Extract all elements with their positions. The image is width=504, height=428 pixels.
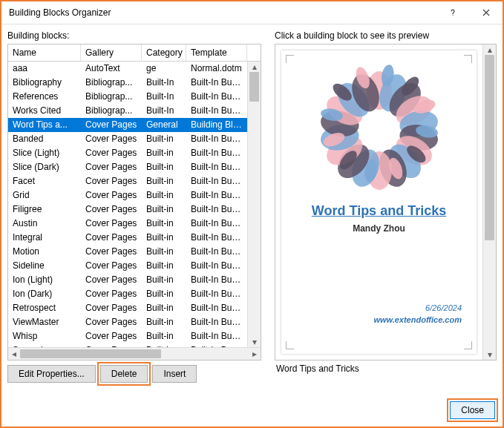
cell-gallery: Bibliograp... [81,76,142,90]
scrollbar-thumb[interactable] [249,72,259,102]
page-margin-mark [464,55,472,63]
table-row[interactable]: ReferencesBibliograp...Built-InBuilt-In … [8,90,247,104]
cell-category: Built-In [142,104,186,118]
cell-name: Banded [8,132,81,146]
column-header-category[interactable]: Category [142,45,186,61]
cell-name: Slice (Light) [8,146,81,160]
cell-gallery: Cover Pages [81,217,142,231]
cell-gallery: Cover Pages [81,174,142,188]
cell-name: Integral [8,231,81,245]
cell-name: Word Tips a... [8,118,81,132]
table-row[interactable]: Slice (Dark)Cover PagesBuilt-inBuilt-In … [8,160,247,174]
preview-item-name: Word Tips and Tricks [275,360,497,377]
close-button[interactable]: Close [450,401,495,419]
cell-name: Whisp [8,329,81,343]
cell-gallery: Cover Pages [81,231,142,245]
cell-gallery: Cover Pages [81,160,142,174]
list-horizontal-scrollbar[interactable]: ◂ ▸ [8,347,261,360]
list-vertical-scrollbar[interactable]: ▴ ▾ [247,62,261,347]
page-margin-mark [464,341,472,349]
table-row[interactable]: Works CitedBibliograp...Built-InBuilt-In… [8,104,247,118]
cell-name: Austin [8,217,81,231]
table-row[interactable]: ViewMasterCover PagesBuilt-inBuilt-In Bu… [8,315,247,329]
cell-name: Filigree [8,203,81,217]
delete-button[interactable]: Delete [100,365,148,383]
building-blocks-list[interactable]: Name Gallery Category Template aaaAutoTe… [7,44,261,360]
cell-category: Built-in [142,329,186,343]
cell-template: Built-In Buil... [186,76,247,90]
hscrollbar-thumb[interactable] [20,349,161,358]
cell-gallery: Cover Pages [81,301,142,315]
close-icon [482,9,490,16]
scroll-right-icon: ▸ [249,348,261,360]
cell-category: Built-in [142,287,186,301]
column-header-template[interactable]: Template [186,45,247,61]
cell-gallery: Cover Pages [81,259,142,273]
cell-name: Slice (Dark) [8,160,81,174]
page-margin-mark [286,341,294,349]
cell-template: Built-In Buil... [186,104,247,118]
edit-properties-button[interactable]: Edit Properties... [7,365,96,383]
cell-template: Built-In Buil... [186,329,247,343]
cell-name: Ion (Light) [8,273,81,287]
close-window-button[interactable] [469,2,503,23]
cell-gallery: Cover Pages [81,118,142,132]
cell-template: Built-In Buil... [186,315,247,329]
column-header-name[interactable]: Name [8,45,81,61]
table-row[interactable]: RetrospectCover PagesBuilt-inBuilt-In Bu… [8,301,247,315]
cell-category: Built-in [142,188,186,203]
table-row[interactable]: FacetCover PagesBuilt-inBuilt-In Buil... [8,174,247,188]
table-row[interactable]: Word Tips a...Cover PagesGeneralBuilding… [8,118,247,132]
cell-name: Retrospect [8,301,81,315]
table-row[interactable]: IntegralCover PagesBuilt-inBuilt-In Buil… [8,231,247,245]
cell-category: Built-In [142,90,186,104]
cell-gallery: Cover Pages [81,203,142,217]
column-header-gallery[interactable]: Gallery [81,45,142,61]
cell-template: Built-In Buil... [186,245,247,259]
scroll-up-icon: ▴ [248,62,261,72]
cell-gallery: Cover Pages [81,287,142,301]
preview-area: Word Tips and Tricks Mandy Zhou 6/26/202… [275,44,497,360]
cell-template: Built-In Buil... [186,203,247,217]
cell-template: Built-In Buil... [186,160,247,174]
cell-template: Built-In Buil... [186,90,247,104]
preview-doc-title: Word Tips and Tricks [312,203,446,219]
cell-gallery: Bibliograp... [81,104,142,118]
table-row[interactable]: BandedCover PagesBuilt-inBuilt-In Buil..… [8,132,247,146]
table-row[interactable]: Slice (Light)Cover PagesBuilt-inBuilt-In… [8,146,247,160]
cell-gallery: Cover Pages [81,315,142,329]
cell-gallery: Cover Pages [81,245,142,259]
cell-name: Motion [8,245,81,259]
cell-name: Grid [8,188,81,203]
table-row[interactable]: FiligreeCover PagesBuilt-inBuilt-In Buil… [8,203,247,217]
preview-vertical-scrollbar[interactable]: ▴ ▾ [482,45,496,360]
preview-label: Click a building block to see its previe… [275,29,497,44]
table-row[interactable]: Ion (Dark)Cover PagesBuilt-inBuilt-In Bu… [8,287,247,301]
cell-category: Built-in [142,245,186,259]
table-row[interactable]: MotionCover PagesBuilt-inBuilt-In Buil..… [8,245,247,259]
preview-doc-url: www.extendoffice.com [373,315,462,324]
insert-button[interactable]: Insert [152,365,197,383]
table-row[interactable]: WhispCover PagesBuilt-inBuilt-In Buil... [8,329,247,343]
cell-template: Building Blo... [186,118,247,132]
help-button[interactable] [436,2,469,23]
cell-gallery: Cover Pages [81,188,142,203]
cell-template: Built-In Buil... [186,217,247,231]
table-row[interactable]: aaaAutoTextgeNormal.dotm [8,62,247,76]
scrollbar-thumb[interactable] [485,55,494,240]
table-row[interactable]: AustinCover PagesBuilt-inBuilt-In Buil..… [8,217,247,231]
table-row[interactable]: GridCover PagesBuilt-inBuilt-In Buil... [8,188,247,203]
list-header: Name Gallery Category Template [8,45,261,62]
cell-gallery: Cover Pages [81,146,142,160]
scroll-left-icon: ◂ [8,348,20,360]
cell-gallery: Cover Pages [81,273,142,287]
cell-category: Built-in [142,174,186,188]
preview-doc-date: 6/26/2024 [425,303,462,312]
table-row[interactable]: BibliographyBibliograp...Built-InBuilt-I… [8,76,247,90]
cell-category: Built-in [142,146,186,160]
cell-gallery: Bibliograp... [81,90,142,104]
table-row[interactable]: Ion (Light)Cover PagesBuilt-inBuilt-In B… [8,273,247,287]
cell-template: Built-In Buil... [186,287,247,301]
table-row[interactable]: SidelineCover PagesBuilt-inBuilt-In Buil… [8,259,247,273]
cell-name: ViewMaster [8,315,81,329]
